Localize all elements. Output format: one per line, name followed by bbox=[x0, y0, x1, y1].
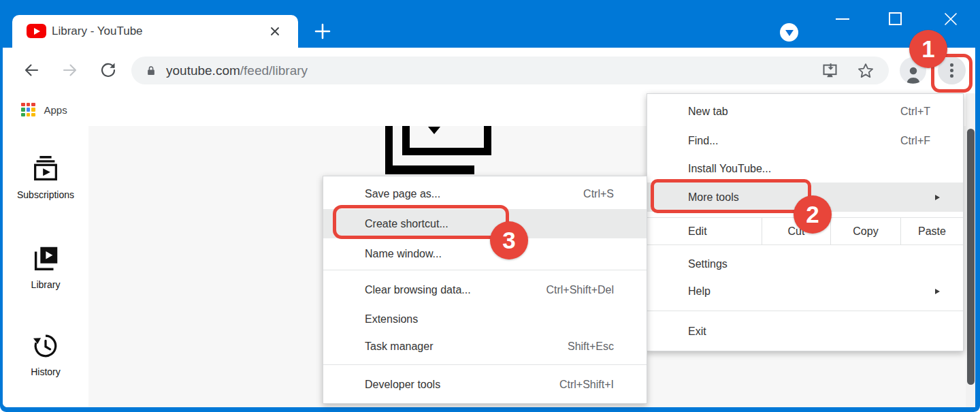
sidebar-label: Subscriptions bbox=[17, 189, 74, 200]
youtube-sidebar: Subscriptions Library History bbox=[3, 126, 88, 407]
bookmark-star-icon[interactable] bbox=[856, 61, 875, 80]
menu-item-shortcut: Ctrl+T bbox=[900, 106, 949, 118]
menu-item-copy[interactable]: Copy bbox=[830, 218, 900, 244]
menu-item-label: Install YouTube... bbox=[688, 163, 771, 175]
apps-shortcut[interactable]: Apps bbox=[21, 103, 67, 117]
menu-item-settings[interactable]: Settings bbox=[647, 251, 963, 278]
submenu-item-save-page-as[interactable]: Save page as... Ctrl+S bbox=[323, 179, 647, 209]
plus-icon bbox=[313, 22, 332, 41]
menu-item-label: Settings bbox=[688, 258, 728, 270]
menu-item-label: Exit bbox=[688, 326, 706, 338]
menu-item-label: Developer tools bbox=[365, 379, 440, 391]
browser-toolbar: youtube.com/feed/library bbox=[3, 48, 975, 93]
submenu-item-developer-tools[interactable]: Developer tools Ctrl+Shift+I bbox=[323, 369, 647, 400]
menu-item-new-tab[interactable]: New tab Ctrl+T bbox=[647, 97, 963, 127]
youtube-favicon-icon bbox=[27, 24, 46, 38]
menu-item-shortcut: Shift+Esc bbox=[568, 340, 633, 353]
maximize-button[interactable] bbox=[889, 12, 902, 25]
menu-item-label: New tab bbox=[688, 106, 728, 118]
dropdown-circle-icon[interactable] bbox=[780, 23, 798, 42]
tab-close-button[interactable] bbox=[267, 23, 283, 39]
annotation-step-2: 2 bbox=[794, 195, 832, 234]
lock-icon bbox=[145, 64, 157, 78]
submenu-item-create-shortcut[interactable]: Create shortcut... bbox=[323, 209, 647, 238]
install-app-icon[interactable] bbox=[821, 61, 839, 80]
submenu-item-clear-browsing-data[interactable]: Clear browsing data... Ctrl+Shift+Del bbox=[323, 274, 647, 306]
sidebar-label: History bbox=[31, 366, 61, 377]
browser-tab[interactable]: Library - YouTube bbox=[12, 15, 298, 48]
menu-item-label: Save page as... bbox=[365, 188, 440, 200]
menu-item-label: Help bbox=[688, 285, 710, 298]
history-icon bbox=[30, 330, 61, 362]
submenu-item-task-manager[interactable]: Task manager Shift+Esc bbox=[323, 333, 647, 360]
title-bar: Library - YouTube bbox=[0, 0, 980, 48]
forward-button[interactable] bbox=[61, 61, 80, 80]
annotation-step-1: 1 bbox=[909, 30, 947, 68]
submenu-arrow-icon bbox=[935, 195, 940, 200]
apps-label: Apps bbox=[44, 104, 67, 116]
sidebar-item-subscriptions[interactable]: Subscriptions bbox=[3, 153, 88, 200]
menu-item-paste[interactable]: Paste bbox=[900, 218, 963, 244]
back-button[interactable] bbox=[22, 61, 41, 80]
menu-item-label: Extensions bbox=[365, 313, 418, 326]
sidebar-item-library[interactable]: Library bbox=[3, 243, 88, 290]
submenu-item-extensions[interactable]: Extensions bbox=[323, 306, 647, 333]
menu-item-install-youtube[interactable]: Install YouTube... bbox=[647, 155, 963, 183]
apps-grid-icon bbox=[21, 103, 35, 117]
library-icon bbox=[30, 243, 61, 274]
menu-item-label: More tools bbox=[688, 191, 739, 204]
submenu-arrow-icon bbox=[935, 289, 940, 294]
submenu-item-name-window[interactable]: Name window... bbox=[323, 238, 647, 270]
tab-title: Library - YouTube bbox=[52, 15, 143, 48]
browser-window: Library - YouTube bbox=[0, 0, 980, 412]
menu-item-label: Find... bbox=[688, 135, 718, 147]
new-tab-button[interactable] bbox=[312, 20, 333, 42]
menu-item-shortcut: Ctrl+F bbox=[900, 135, 949, 147]
annotation-step-3: 3 bbox=[490, 221, 528, 259]
menu-item-label: Name window... bbox=[365, 248, 442, 260]
address-bar[interactable]: youtube.com/feed/library bbox=[131, 57, 889, 84]
menu-item-label: Clear browsing data... bbox=[365, 284, 471, 296]
window-close-button[interactable] bbox=[943, 12, 958, 27]
menu-edit-label: Edit bbox=[647, 218, 762, 244]
menu-item-label: Create shortcut... bbox=[365, 218, 448, 230]
sidebar-label: Library bbox=[31, 279, 61, 290]
menu-item-shortcut: Ctrl+Shift+I bbox=[559, 379, 633, 391]
minimize-button[interactable] bbox=[836, 18, 849, 20]
menu-item-find[interactable]: Find... Ctrl+F bbox=[647, 127, 963, 155]
more-tools-submenu: Save page as... Ctrl+S Create shortcut..… bbox=[323, 176, 647, 404]
menu-item-help[interactable]: Help bbox=[647, 278, 963, 305]
person-icon bbox=[903, 65, 924, 84]
menu-item-exit[interactable]: Exit bbox=[647, 317, 963, 347]
menu-item-shortcut: Ctrl+Shift+Del bbox=[546, 284, 633, 296]
sidebar-item-history[interactable]: History bbox=[3, 330, 88, 377]
page-scrollbar bbox=[966, 93, 975, 407]
menu-item-label: Task manager bbox=[365, 340, 434, 353]
scrollbar-thumb[interactable] bbox=[967, 129, 975, 385]
reload-button[interactable] bbox=[99, 61, 118, 80]
subscriptions-icon bbox=[30, 153, 61, 185]
menu-item-shortcut: Ctrl+S bbox=[583, 188, 633, 200]
url-text: youtube.com/feed/library bbox=[166, 63, 308, 78]
